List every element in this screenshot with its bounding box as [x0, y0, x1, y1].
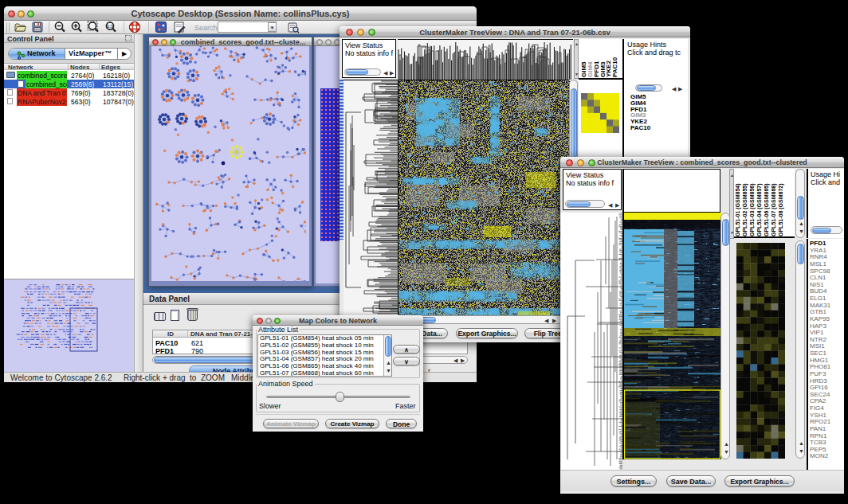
svg-text:1:1: 1:1 — [107, 24, 114, 29]
